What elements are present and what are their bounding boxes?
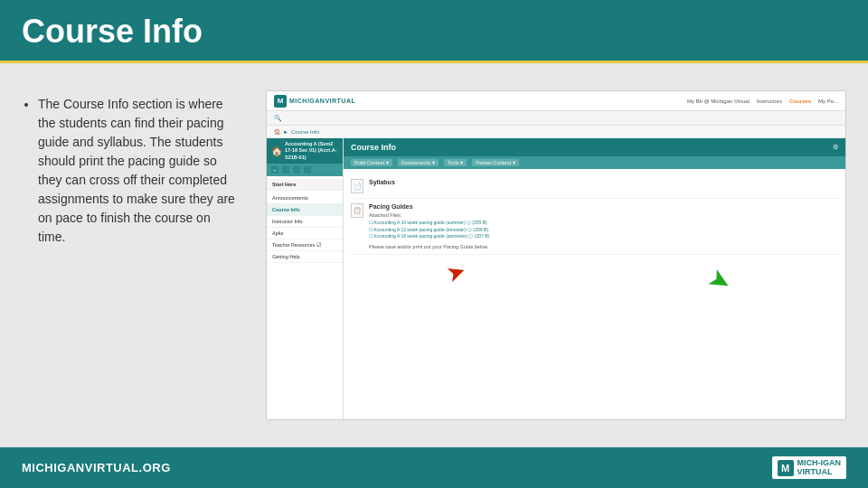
mv-syllabus-title: Syllabus (369, 179, 838, 185)
screenshot-panel: M MICHIGANVIRTUAL My Bb @ Michigan Virtu… (266, 90, 846, 420)
mv-pacing-item: 📋 Pacing Guides Attached Files: ☐ Accoun… (351, 199, 838, 255)
mv-nav-courses[interactable]: Courses (789, 99, 811, 104)
search-icon: 🔍 (274, 115, 282, 122)
sidebar-item-aplia[interactable]: Aplia (267, 228, 343, 239)
mv-pacing-link-3[interactable]: ☐ Accounting A 18 week pacing guide (sem… (369, 233, 838, 240)
mv-action-build-content[interactable]: Build Content ▾ (351, 159, 392, 166)
mv-save-note: Please save and/or print out your Pacing… (369, 244, 838, 249)
footer-logo: M MICH-IGAN VIRTUAL (772, 456, 847, 480)
mv-attached-label: Attached Files: (369, 212, 838, 218)
mv-toolbar-btn-1[interactable]: + (271, 166, 278, 174)
mv-logo-icon: M (274, 95, 287, 108)
mv-nav-mybb: My Bb @ Michigan Virtual (687, 99, 750, 104)
mv-syllabus-content: Syllabus (369, 179, 838, 188)
mv-sidebar: 🏠 Accounting A (Sem2 17-18 Sec 01) (Acct… (267, 138, 344, 419)
mv-content-header: Course Info ⚙ (344, 138, 845, 156)
mv-header: M MICHIGANVIRTUAL My Bb @ Michigan Virtu… (267, 91, 845, 111)
mv-search-bar: 🔍 (267, 111, 845, 126)
mv-pacing-icon: 📋 (351, 203, 363, 218)
mv-sidebar-menu: Start Here Announcements Course Info Ins… (267, 176, 343, 266)
mv-actions-bar: Build Content ▾ Assessments ▾ Tools ▾ Pa… (344, 156, 845, 169)
mv-nav: My Bb @ Michigan Virtual Instructors Cou… (687, 99, 838, 104)
mv-syllabus-icon: 📄 (351, 179, 363, 193)
mv-content-settings-icon: ⚙ (833, 144, 838, 151)
text-panel: The Course Info section is where the stu… (22, 90, 239, 420)
mv-course-header: 🏠 Accounting A (Sem2 17-18 Sec 01) (Acct… (267, 138, 343, 164)
mv-toolbar-btn-3[interactable] (293, 166, 300, 174)
mv-pacing-content: Pacing Guides Attached Files: ☐ Accounti… (369, 203, 838, 249)
bullet-list: The Course Info section is where the stu… (22, 95, 239, 247)
footer-logo-m-icon: M (778, 460, 794, 476)
mv-action-tools[interactable]: Tools ▾ (444, 159, 467, 166)
footer-url: MICHIGANVIRTUAL.ORG (22, 461, 171, 474)
header-accent-line (0, 61, 868, 63)
breadcrumb-home-icon: 🏠 (274, 128, 280, 135)
sidebar-item-course-info[interactable]: Course Info (267, 204, 343, 216)
mv-breadcrumb: 🏠 ► Course Info (267, 126, 845, 138)
breadcrumb-course-info: Course Info (291, 129, 319, 135)
mv-action-partner-content[interactable]: Partner Content ▾ (472, 159, 518, 166)
sidebar-item-announcements[interactable]: Announcements (267, 192, 343, 204)
mv-content-body: 📄 Syllabus 📋 Pacing Guides Attached File… (344, 169, 845, 260)
mv-toolbar-btn-4[interactable] (304, 166, 311, 174)
mv-action-assessments[interactable]: Assessments ▾ (398, 159, 439, 166)
mv-toolbar: + (267, 164, 343, 176)
mv-pacing-title: Pacing Guides (369, 203, 838, 210)
mv-pacing-link-2[interactable]: ☐ Accounting A 12 week pacing guide (tri… (369, 227, 838, 234)
footer: MICHIGANVIRTUAL.ORG M MICH-IGAN VIRTUAL (0, 447, 868, 488)
mv-body: 🏠 Accounting A (Sem2 17-18 Sec 01) (Acct… (267, 138, 845, 419)
mv-toolbar-btn-2[interactable] (282, 166, 289, 174)
mv-nav-mypo: My Po... (818, 99, 838, 104)
footer-logo-text: MICH-IGAN VIRTUAL (797, 459, 842, 477)
mv-main-area: Course Info ⚙ Build Content ▾ Assessment… (344, 138, 845, 419)
footer-logo-box: M MICH-IGAN VIRTUAL (772, 456, 847, 480)
sidebar-item-teacher-resources[interactable]: Teacher Resources ☑ (267, 239, 343, 251)
mv-content-title: Course Info (351, 143, 396, 152)
breadcrumb-separator: ► (283, 129, 288, 135)
mv-course-title: Accounting A (Sem2 17-18 Sec 01) (Acct.A… (285, 141, 338, 160)
page-title: Course Info (22, 13, 203, 51)
mv-logo: M MICHIGANVIRTUAL (274, 95, 355, 108)
mv-nav-instructors: Instructors (757, 99, 782, 104)
sidebar-item-start-here[interactable]: Start Here (267, 179, 343, 191)
main-content: The Course Info section is where the stu… (0, 63, 868, 447)
sidebar-item-getting-help[interactable]: Getting Help (267, 251, 343, 263)
slide-header: Course Info (0, 0, 868, 63)
mv-pacing-link-1[interactable]: ☐ Accounting A 10 week pacing guide (sum… (369, 220, 838, 227)
bullet-item: The Course Info section is where the stu… (38, 95, 239, 247)
mv-logo-text: MICHIGANVIRTUAL (289, 98, 355, 104)
mv-attached-links: ☐ Accounting A 10 week pacing guide (sum… (369, 220, 838, 240)
mv-syllabus-item: 📄 Syllabus (351, 174, 838, 199)
sidebar-item-instructor-info[interactable]: Instructor Info (267, 216, 343, 228)
